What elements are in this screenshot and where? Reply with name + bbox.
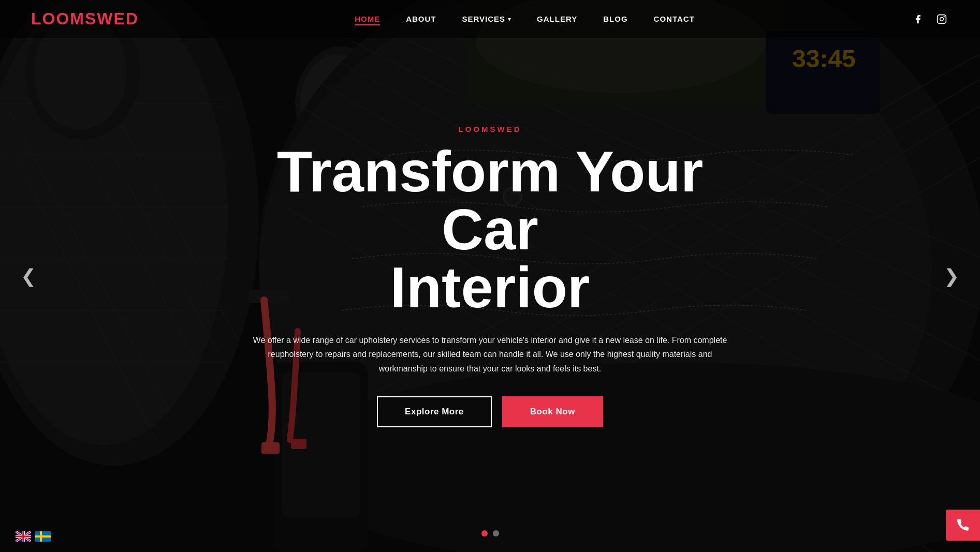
- explore-more-button[interactable]: Explore More: [377, 396, 492, 427]
- svg-rect-48: [938, 14, 946, 23]
- nav-link-blog[interactable]: BLOG: [603, 14, 627, 23]
- hero-brand-label: LOOMSWED: [252, 125, 728, 133]
- hero-description: We offer a wide range of car upholstery …: [252, 333, 728, 376]
- nav-link-gallery[interactable]: GALLERY: [537, 14, 577, 23]
- navbar: LOOMSWED HOME ABOUT SERVICES ▾ GALLERY B…: [0, 0, 980, 38]
- hero-title-line2: Interior: [390, 255, 590, 320]
- nav-item-gallery[interactable]: GALLERY: [537, 14, 577, 24]
- site-logo[interactable]: LOOMSWED: [31, 9, 139, 28]
- slider-arrow-left[interactable]: ❮: [16, 263, 41, 289]
- slider-arrow-right[interactable]: ❯: [939, 263, 964, 289]
- social-links: [911, 12, 949, 26]
- flag-uk[interactable]: [16, 531, 31, 542]
- nav-link-home[interactable]: HOME: [355, 14, 380, 25]
- nav-item-blog[interactable]: BLOG: [603, 14, 627, 24]
- nav-item-services[interactable]: SERVICES ▾: [462, 14, 511, 23]
- phone-fab-button[interactable]: [946, 510, 980, 541]
- services-dropdown-arrow: ▾: [508, 16, 511, 23]
- nav-item-about[interactable]: ABOUT: [406, 14, 436, 24]
- hero-title-line1: Transform Your Car: [277, 139, 704, 262]
- svg-rect-54: [40, 531, 42, 542]
- svg-point-49: [940, 17, 944, 21]
- language-selector: [16, 531, 51, 542]
- nav-item-contact[interactable]: CONTACT: [654, 14, 695, 24]
- nav-link-about[interactable]: ABOUT: [406, 14, 436, 23]
- instagram-icon[interactable]: [934, 12, 949, 26]
- slider-dot-2[interactable]: [493, 530, 499, 536]
- nav-item-home[interactable]: HOME: [355, 14, 380, 24]
- slider-dot-1[interactable]: [481, 530, 488, 536]
- svg-point-50: [943, 16, 945, 18]
- hero-title: Transform Your Car Interior: [252, 143, 728, 317]
- nav-menu: HOME ABOUT SERVICES ▾ GALLERY BLOG CONTA…: [355, 14, 695, 24]
- book-now-button[interactable]: Book Now: [502, 396, 603, 427]
- svg-rect-53: [35, 535, 51, 538]
- slider-dots: [481, 530, 499, 536]
- hero-section: 33:45 LOOMSWED HOME: [0, 0, 980, 552]
- flag-sweden[interactable]: [35, 531, 51, 542]
- nav-link-contact[interactable]: CONTACT: [654, 14, 695, 23]
- nav-link-services[interactable]: SERVICES: [462, 14, 506, 23]
- facebook-icon[interactable]: [911, 12, 925, 26]
- hero-content: LOOMSWED Transform Your Car Interior We …: [231, 125, 749, 427]
- hero-cta-buttons: Explore More Book Now: [252, 396, 728, 427]
